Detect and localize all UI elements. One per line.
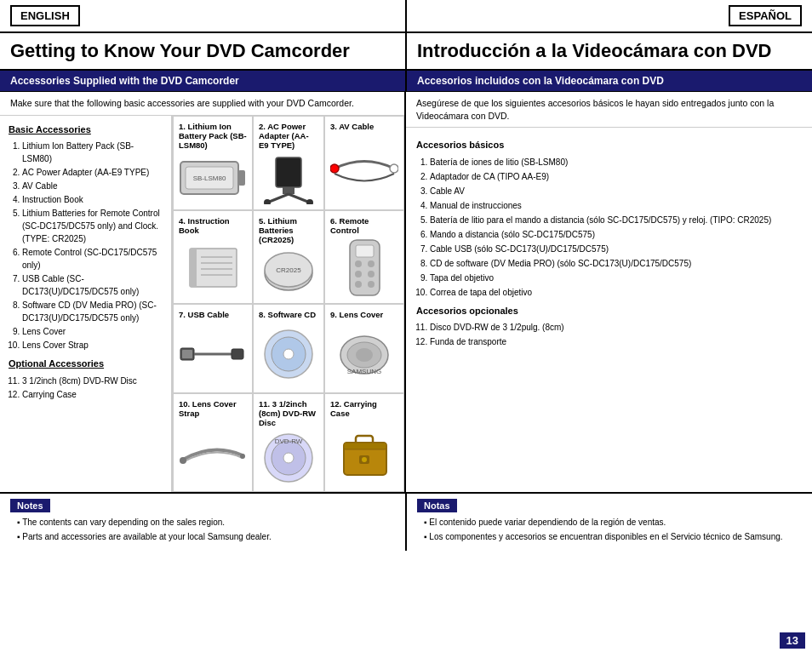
svg-line-8 — [289, 194, 310, 203]
grid-cell-2: 2. AC Power Adapter (AA-E9 TYPE) — [253, 116, 324, 210]
spanish-optional-title: Accesorios opcionales — [416, 304, 802, 318]
language-bar: ENGLISH ESPAÑOL — [0, 0, 812, 33]
list-item: CD de software (DV Media PRO) (sólo SC-D… — [430, 257, 802, 270]
basic-accessories-list: Lithium Ion Battery Pack (SB-LSM80) AC P… — [9, 140, 163, 352]
grid-label-11: 11. 3 1/2inch (8cm) DVD-RW Disc — [259, 399, 318, 427]
notes-col-english: Notes The contents can vary depending on… — [0, 494, 405, 551]
grid-label-4: 4. Instruction Book — [179, 216, 247, 235]
svg-point-24 — [368, 260, 375, 267]
list-item: Lens Cover — [22, 325, 163, 338]
svg-rect-32 — [182, 350, 192, 358]
basic-accessories-title: Basic Accessories — [9, 123, 163, 137]
list-item: Funda de transporte — [430, 335, 802, 348]
grid-img-3 — [330, 134, 398, 204]
grid-cell-3: 3. AV Cable — [324, 116, 404, 210]
grid-cell-5: 5. Lithium Batteries (CR2025) CR2025 — [253, 210, 324, 304]
notes-col-spanish: Notas El contenido puede variar dependie… — [405, 494, 812, 551]
grid-img-9: SAMSUNG — [330, 323, 398, 387]
svg-rect-12 — [190, 249, 237, 287]
grid-cell-6: 6. Remote Control — [324, 210, 404, 304]
intro-text-spanish: Asegúrese de que los siguientes accesori… — [406, 92, 812, 128]
english-lang-section: ENGLISH — [0, 0, 405, 31]
svg-point-10 — [330, 164, 339, 173]
list-item: 3 1/2inch (8cm) DVD-RW Disc — [22, 375, 163, 387]
svg-point-40 — [180, 457, 186, 464]
svg-point-35 — [283, 349, 294, 359]
list-item: Disco DVD-RW de 3 1/2pulg. (8cm) — [430, 321, 802, 334]
list-item: Tapa del objetivo — [430, 272, 802, 284]
svg-text:SAMSUNG: SAMSUNG — [346, 368, 380, 375]
grid-img-10 — [179, 421, 247, 486]
list-item: Correa de tapa del objetivo — [430, 286, 802, 299]
grid-cell-4: 4. Instruction Book — [173, 210, 253, 304]
grid-label-2: 2. AC Power Adapter (AA-E9 TYPE) — [259, 122, 318, 150]
list-item: Lithium Batteries for Remote Control (SC… — [22, 207, 163, 245]
svg-point-28 — [368, 281, 375, 288]
svg-rect-48 — [344, 443, 386, 449]
list-item: Instruction Book — [22, 193, 163, 206]
grid-label-8: 8. Software CD — [259, 310, 316, 319]
note-item: The contents can vary depending on the s… — [17, 517, 395, 529]
svg-point-23 — [355, 260, 362, 267]
grid-cell-9: 9. Lens Cover SAMSUNG — [324, 304, 404, 393]
note-item: Los componentes y accesorios se encuentr… — [424, 531, 802, 543]
svg-point-25 — [355, 271, 362, 277]
spanish-basic-title: Accesorios básicos — [416, 138, 802, 152]
list-item: AC Power Adapter (AA-E9 TYPE) — [22, 166, 163, 179]
list-item: Lens Cover Strap — [22, 339, 163, 352]
english-column: Make sure that the following basic acces… — [0, 92, 406, 492]
grid-label-3: 3. AV Cable — [330, 122, 374, 131]
list-item: Lithium Ion Battery Pack (SB-LSM80) — [22, 140, 163, 165]
grid-img-6 — [330, 238, 398, 298]
grid-label-5: 5. Lithium Batteries (CR2025) — [259, 216, 318, 244]
svg-point-7 — [264, 199, 271, 204]
title-row: Getting to Know Your DVD Camcorder Intro… — [0, 33, 812, 71]
notes-list-spanish: El contenido puede variar dependiendo de… — [417, 517, 802, 543]
text-list-area: Basic Accessories Lithium Ion Battery Pa… — [0, 116, 172, 492]
list-item: Mando a distancia (sólo SC-DC175/DC575) — [430, 228, 802, 241]
spanish-column: Asegúrese de que los siguientes accesori… — [406, 92, 812, 492]
grid-label-1: 1. Lithium Ion Battery Pack (SB-LSM80) — [179, 122, 247, 150]
svg-point-11 — [390, 164, 398, 173]
intro-text-english: Make sure that the following basic acces… — [0, 92, 404, 116]
list-item: Software CD (DV Media PRO) (SC-DC173(U)/… — [22, 299, 163, 324]
note-item: El contenido puede variar dependiendo de… — [424, 517, 802, 529]
list-item: Batería de iones de litio (SB-LSM80) — [430, 156, 802, 169]
grid-cell-11: 11. 3 1/2inch (8cm) DVD-RW Disc DVD-RW — [253, 393, 324, 492]
grid-img-2 — [259, 153, 318, 204]
section-header-spanish: Accesorios incluidos con la Videocámara … — [405, 71, 812, 91]
svg-rect-13 — [190, 249, 197, 287]
grid-img-8 — [259, 323, 318, 387]
grid-label-6: 6. Remote Control — [330, 216, 398, 235]
page-number: 13 — [780, 632, 805, 649]
notes-title-spanish: Notas — [417, 499, 457, 512]
grid-label-9: 9. Lens Cover — [330, 310, 383, 319]
spanish-content: Accesorios básicos Batería de iones de l… — [406, 128, 812, 355]
svg-point-26 — [368, 271, 375, 277]
svg-text:DVD-RW: DVD-RW — [274, 438, 302, 445]
grid-img-5: CR2025 — [259, 248, 318, 298]
grid-cell-7: 7. USB Cable — [173, 304, 253, 393]
list-item: Carrying Case — [22, 388, 163, 401]
grid-img-11: DVD-RW — [259, 431, 318, 486]
image-grid: 1. Lithium Ion Battery Pack (SB-LSM80) S… — [172, 116, 404, 492]
svg-point-9 — [306, 199, 313, 204]
spanish-basic-list: Batería de iones de litio (SB-LSM80) Ada… — [416, 156, 802, 299]
optional-accessories-title: Optional Accessories — [9, 357, 163, 371]
svg-rect-1 — [238, 170, 245, 186]
svg-rect-31 — [232, 349, 243, 359]
grid-label-12: 12. Carrying Case — [330, 399, 398, 418]
spanish-lang-section: ESPAÑOL — [405, 0, 812, 31]
list-item: Adaptador de CA (TIPO AA-E9) — [430, 170, 802, 183]
grid-label-7: 7. USB Cable — [179, 310, 229, 319]
svg-point-38 — [356, 348, 373, 362]
optional-accessories-list: 3 1/2inch (8cm) DVD-RW Disc Carrying Cas… — [9, 375, 163, 401]
note-item: Parts and accessories are available at y… — [17, 531, 395, 543]
svg-point-27 — [355, 281, 362, 288]
grid-cell-8: 8. Software CD — [253, 304, 324, 393]
title-english: Getting to Know Your DVD Camcorder — [0, 33, 407, 69]
grid-img-12 — [330, 421, 398, 486]
grid-img-4 — [179, 238, 247, 298]
grid-img-7 — [179, 323, 247, 387]
section-header-english: Accessories Supplied with the DVD Camcor… — [0, 71, 405, 91]
